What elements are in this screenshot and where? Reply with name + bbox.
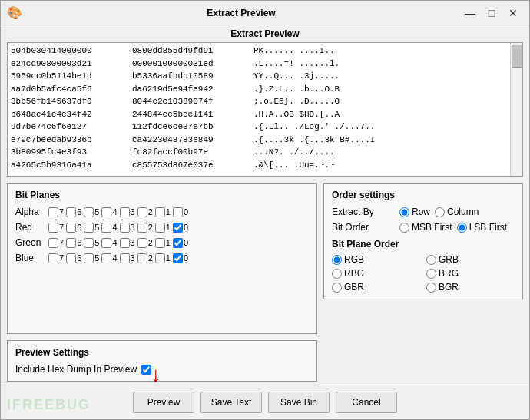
order-settings-box: Order settings Extract By Row Column [323,183,523,299]
blue-check-2[interactable] [137,253,147,263]
extract-row-radio[interactable] [399,207,409,217]
bit-planes-title: Bit Planes [15,190,309,200]
bit-order-row: Bit Order MSB First LSB First [332,222,515,233]
main-content: Bit Planes Alpha 7 6 5 4 [1,180,529,385]
alpha-check-5[interactable] [84,207,94,217]
section-title: Extract Preview [1,25,529,42]
alpha-check-6[interactable] [66,207,76,217]
gbr-option: GBR [332,282,420,293]
green-check-4[interactable] [101,238,111,248]
preview-row: 9d7be74c6f6e127 112fdce6ce37e7bb .{.Ll..… [11,121,507,134]
arrow-indicator: ↓ [151,364,161,385]
alpha-label: Alpha [15,207,46,217]
preview-text-area[interactable]: 504b030414000000 0800dd855d49fd91 PK....… [8,43,510,176]
rgb-radio[interactable] [332,255,342,265]
rbg-radio[interactable] [332,269,342,279]
lsb-first-option: LSB First [457,222,507,233]
green-check-5[interactable] [84,238,94,248]
bgr-radio[interactable] [426,283,436,293]
rgb-label: RGB [344,254,364,265]
bit-plane-order-title: Bit Plane Order [332,239,515,250]
alpha-bit-7: 7 [48,207,64,217]
alpha-bit-3: 3 [120,207,135,217]
alpha-bit-2: 2 [137,207,153,217]
green-check-2[interactable] [137,238,147,248]
close-button[interactable]: ✕ [503,5,523,21]
extract-by-label: Extract By [332,207,393,217]
alpha-check-2[interactable] [137,207,147,217]
alpha-check-7[interactable] [48,207,58,217]
green-check-1[interactable] [155,238,165,248]
red-check-6[interactable] [66,223,76,233]
extract-col-option: Column [435,207,479,217]
grb-radio[interactable] [426,255,436,265]
rbg-label: RBG [344,268,364,279]
bit-plane-order-section: Bit Plane Order RGB GRB RBG [332,239,515,293]
alpha-check-4[interactable] [101,207,111,217]
extract-col-label: Column [447,207,479,217]
save-bin-button[interactable]: Save Bin [268,392,330,413]
brg-option: BRG [426,268,515,279]
gbr-label: GBR [344,282,364,293]
title-bar: 🎨 Extract Preview — □ ✕ [1,1,529,25]
cancel-button[interactable]: Cancel [336,392,397,413]
blue-bit-row: Blue 7 6 5 4 3 [15,253,309,263]
alpha-bit-0: 0 [173,207,188,217]
extract-col-radio[interactable] [435,207,445,217]
preview-row: a4265c5b9316a41a c855753d867e037e .&\[..… [11,159,507,172]
alpha-check-1[interactable] [155,207,165,217]
hex-dump-label: Include Hex Dump In Preview [15,364,137,375]
red-check-1[interactable] [155,223,165,233]
extract-row-label: Row [412,207,430,217]
blue-check-4[interactable] [101,253,111,263]
grb-label: GRB [439,254,459,265]
alpha-bit-4: 4 [101,207,117,217]
alpha-check-0[interactable] [173,207,183,217]
red-check-3[interactable] [120,223,130,233]
msb-first-radio[interactable] [399,223,409,233]
scrollbar-thumb[interactable] [512,45,522,68]
preview-settings-box: Preview Settings Include Hex Dump In Pre… [7,340,317,382]
brg-radio[interactable] [426,269,436,279]
main-window: 🎨 Extract Preview — □ ✕ Extract Preview … [0,0,530,420]
blue-check-5[interactable] [84,253,94,263]
green-check-0[interactable] [173,238,183,248]
title-bar-controls: — □ ✕ [460,5,523,21]
gbr-radio[interactable] [332,283,342,293]
title-bar-left: 🎨 [7,5,22,20]
minimize-button[interactable]: — [460,5,480,21]
rgb-option: RGB [332,254,420,265]
red-check-0[interactable] [173,223,183,233]
blue-check-7[interactable] [48,253,58,263]
red-check-7[interactable] [48,223,58,233]
alpha-bit-1: 1 [155,207,171,217]
brg-label: BRG [439,268,459,279]
green-check-7[interactable] [48,238,58,248]
blue-check-1[interactable] [155,253,165,263]
window-title: Extract Preview [207,8,275,18]
bit-order-group: MSB First LSB First [399,222,507,233]
alpha-check-3[interactable] [120,207,130,217]
save-text-button[interactable]: Save Text [200,392,262,413]
blue-check-3[interactable] [120,253,130,263]
red-check-5[interactable] [84,223,94,233]
rbg-option: RBG [332,268,420,279]
preview-row: 5959cc0b5114be1d b5336aafbdb10589 YY..Q.… [11,70,507,83]
hex-dump-row: Include Hex Dump In Preview [15,364,309,375]
preview-settings-title: Preview Settings [15,347,309,358]
scrollbar[interactable] [510,43,522,176]
red-check-4[interactable] [101,223,111,233]
left-panel: Bit Planes Alpha 7 6 5 4 [7,183,317,382]
blue-check-6[interactable] [66,253,76,263]
preview-row: e79c7beedab9336b ca4223048783e849 .{....… [11,134,507,147]
maximize-button[interactable]: □ [482,5,502,21]
preview-scroll-wrapper: 504b030414000000 0800dd855d49fd91 PK....… [7,42,523,177]
app-icon: 🎨 [7,5,22,20]
red-check-2[interactable] [137,223,147,233]
blue-check-0[interactable] [173,253,183,263]
lsb-first-radio[interactable] [457,223,467,233]
lsb-first-label: LSB First [469,222,507,233]
green-check-6[interactable] [66,238,76,248]
preview-button[interactable]: Preview [133,392,194,413]
green-check-3[interactable] [120,238,130,248]
